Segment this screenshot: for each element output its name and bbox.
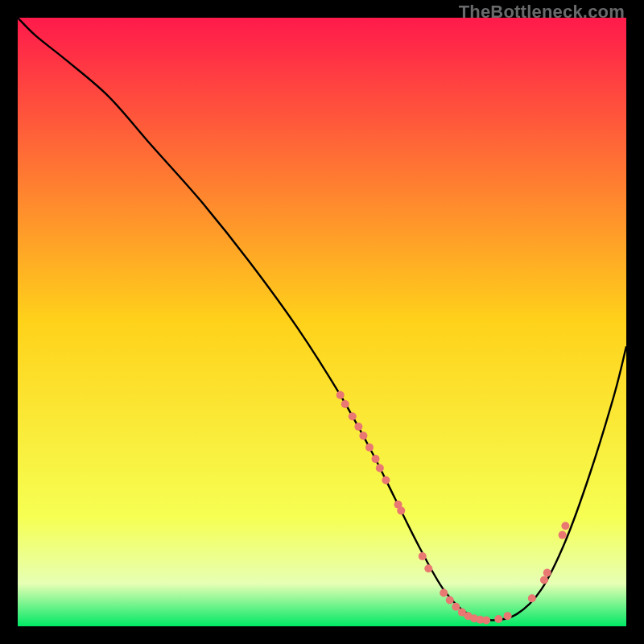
highlight-point (424, 564, 432, 572)
highlight-point (382, 477, 390, 485)
highlight-point (359, 431, 367, 440)
highlight-point (365, 444, 374, 452)
highlight-point (440, 588, 448, 597)
highlight-point (494, 615, 502, 623)
highlight-point (336, 391, 345, 399)
watermark-label: TheBottleneck.com (459, 2, 625, 23)
highlight-point (482, 616, 490, 624)
highlight-point (543, 568, 551, 576)
highlight-point (349, 412, 357, 420)
highlight-point (540, 576, 548, 584)
highlight-point (559, 531, 567, 539)
highlight-point (372, 455, 380, 463)
highlight-point (397, 506, 405, 514)
highlight-point (419, 552, 427, 560)
highlight-point (528, 594, 536, 602)
highlight-point (341, 400, 349, 408)
highlight-point (354, 423, 362, 431)
highlight-point (446, 596, 454, 604)
chart-frame (18, 18, 626, 626)
bottleneck-chart (18, 18, 626, 626)
gradient-background (18, 18, 626, 626)
highlight-point (452, 603, 460, 611)
highlight-point (504, 612, 512, 620)
highlight-point (561, 522, 569, 530)
highlight-point (376, 464, 384, 472)
